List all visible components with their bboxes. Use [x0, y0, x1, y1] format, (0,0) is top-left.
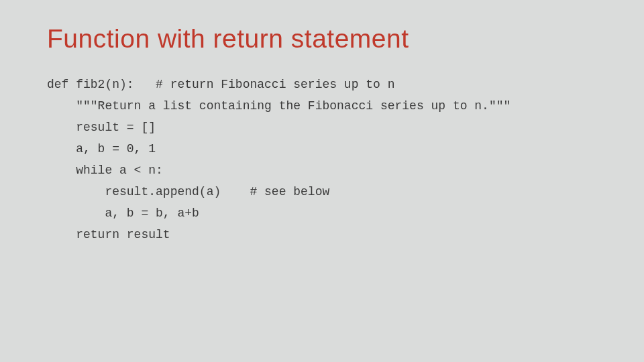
code-line: return result [47, 228, 170, 241]
code-line: a, b = 0, 1 [47, 142, 156, 156]
code-line: a, b = b, a+b [47, 206, 199, 220]
code-line: def fib2(n): # return Fibonacci series u… [47, 78, 394, 91]
code-line: result.append(a) # see below [47, 185, 329, 198]
code-line: result = [] [47, 121, 156, 134]
code-block: def fib2(n): # return Fibonacci series u… [47, 74, 597, 245]
slide-title: Function with return statement [47, 24, 597, 54]
code-line: """Return a list containing the Fibonacc… [47, 99, 511, 113]
code-line: while a < n: [47, 164, 163, 177]
slide: Function with return statement def fib2(… [0, 0, 644, 269]
